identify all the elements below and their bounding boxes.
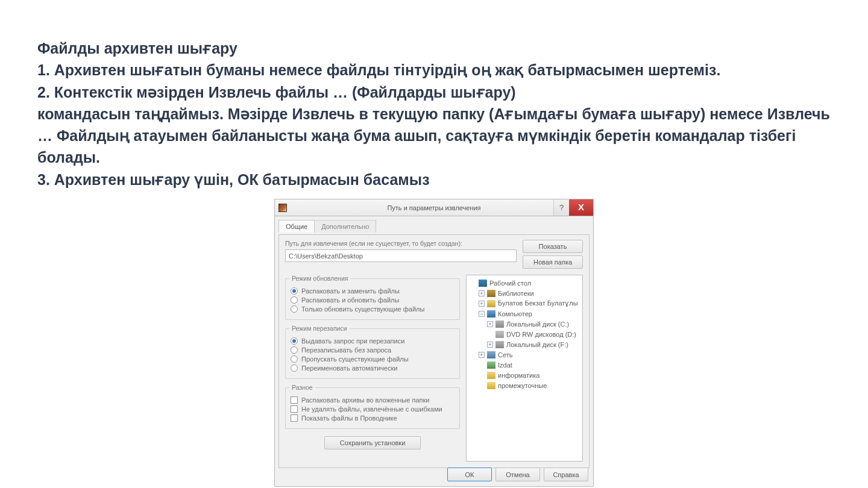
- radio-icon: [291, 346, 298, 354]
- expand-icon[interactable]: +: [487, 342, 493, 348]
- help-button[interactable]: Справка: [544, 468, 588, 481]
- overwrite-radio-rename[interactable]: Переименовать автоматически: [291, 364, 454, 372]
- checkbox-icon: [291, 414, 298, 422]
- misc-legend: Разное: [289, 384, 315, 391]
- folder-icon: [487, 372, 495, 379]
- doc-step-2b: командасын таңдаймыз. Мәзірде Извлечь в …: [37, 103, 831, 169]
- checkbox-icon: [291, 405, 298, 413]
- update-mode-group: Режим обновления Распаковать и заменить …: [285, 275, 460, 320]
- radio-icon: [291, 355, 298, 363]
- drive-icon: [495, 341, 504, 348]
- show-button[interactable]: Показать: [523, 240, 583, 253]
- tree-node-user[interactable]: + Булатов Бекзат Булатұлы: [470, 298, 579, 308]
- folder-icon: [487, 382, 495, 389]
- misc-group: Разное Распаковать архивы во вложенные п…: [285, 384, 460, 429]
- tree-node-drive-f[interactable]: + Локальный диск (F:): [470, 339, 579, 349]
- folder-tree[interactable]: Рабочий стол + Библиотеки + Булатов Бекз…: [466, 275, 583, 461]
- instruction-text: Файлды архивтен шығару 1. Архивтен шығат…: [37, 37, 831, 190]
- misc-check-openexplorer[interactable]: Показать файлы в Проводнике: [291, 414, 454, 422]
- cancel-button[interactable]: Отмена: [495, 468, 540, 481]
- tab-advanced[interactable]: Дополнительно: [314, 220, 376, 233]
- tree-node-recycle[interactable]: Izdat: [470, 360, 579, 370]
- expand-icon[interactable]: +: [479, 301, 485, 307]
- ok-button[interactable]: ОК: [447, 468, 492, 481]
- expand-icon[interactable]: +: [479, 290, 485, 296]
- checkbox-icon: [291, 396, 298, 404]
- dvd-icon: [495, 331, 504, 338]
- update-radio-replace[interactable]: Распаковать и заменить файлы: [291, 287, 454, 295]
- tab-general[interactable]: Общие: [278, 220, 315, 233]
- overwrite-radio-skip[interactable]: Пропускать существующие файлы: [291, 355, 454, 363]
- tab-strip: Общие Дополнительно: [278, 220, 590, 233]
- title-help-button[interactable]: ?: [553, 199, 569, 216]
- user-icon: [487, 300, 495, 307]
- network-icon: [487, 351, 495, 358]
- new-folder-button[interactable]: Новая папка: [523, 255, 583, 269]
- dialog-titlebar[interactable]: Путь и параметры извлечения ? X: [274, 199, 594, 216]
- expand-icon[interactable]: +: [479, 352, 485, 358]
- computer-icon: [487, 310, 495, 318]
- doc-step-2a: 2. Контекстік мәзірден Извлечь файлы … (…: [37, 81, 831, 103]
- update-radio-existing[interactable]: Только обновить существующие файлы: [291, 305, 454, 313]
- desktop-icon: [479, 280, 487, 287]
- extract-path-input[interactable]: [285, 249, 517, 262]
- doc-step-3: 3. Архивтен шығару үшін, ОК батырмасын б…: [37, 169, 831, 190]
- misc-check-keepbad[interactable]: Не удалять файлы, извлечённые с ошибками: [291, 405, 454, 413]
- tree-node-dvd-d[interactable]: DVD RW дисковод (D:): [470, 329, 579, 339]
- libraries-icon: [487, 290, 495, 297]
- radio-icon: [291, 305, 298, 313]
- doc-heading: Файлды архивтен шығару: [37, 37, 831, 59]
- update-mode-legend: Режим обновления: [289, 275, 350, 282]
- overwrite-mode-group: Режим перезаписи Выдавать запрос при пер…: [285, 325, 460, 379]
- tree-node-libraries[interactable]: + Библиотеки: [470, 288, 579, 298]
- expand-icon[interactable]: +: [487, 321, 493, 327]
- close-icon[interactable]: X: [569, 199, 593, 216]
- dialog-title: Путь и параметры извлечения: [387, 204, 480, 211]
- tree-node-desktop[interactable]: Рабочий стол: [470, 278, 579, 288]
- radio-icon: [291, 337, 298, 345]
- tree-node-folder[interactable]: информатика: [470, 370, 579, 380]
- path-caption: Путь для извлечения (если не существует,…: [285, 240, 517, 247]
- tree-node-drive-c[interactable]: + Локальный диск (C:): [470, 319, 579, 329]
- winrar-icon: [278, 204, 287, 212]
- overwrite-radio-ask[interactable]: Выдавать запрос при перезаписи: [291, 337, 454, 345]
- save-settings-button[interactable]: Сохранить установки: [324, 436, 421, 449]
- radio-icon: [291, 296, 298, 304]
- tree-node-folder[interactable]: промежуточные: [470, 380, 579, 390]
- recycle-icon: [487, 361, 495, 369]
- radio-icon: [291, 287, 298, 295]
- tree-node-network[interactable]: + Сеть: [470, 349, 579, 360]
- misc-check-subfolders[interactable]: Распаковать архивы во вложенные папки: [291, 396, 454, 404]
- collapse-icon[interactable]: −: [479, 311, 485, 317]
- tree-node-computer[interactable]: − Компьютер: [470, 308, 579, 319]
- dialog-buttons: ОК Отмена Справка: [447, 468, 588, 481]
- overwrite-radio-noask[interactable]: Перезаписывать без запроса: [291, 346, 454, 354]
- overwrite-mode-legend: Режим перезаписи: [289, 325, 350, 332]
- update-radio-refresh[interactable]: Распаковать и обновить файлы: [291, 296, 454, 304]
- dialog-body: Общие Дополнительно Путь для извлечения …: [274, 216, 594, 487]
- drive-icon: [495, 321, 504, 328]
- radio-icon: [291, 364, 298, 372]
- extract-dialog: Путь и параметры извлечения ? X Общие До…: [274, 199, 594, 487]
- tab-page-general: Путь для извлечения (если не существует,…: [278, 234, 590, 468]
- doc-step-1: 1. Архивтен шығатын буманы немесе файлды…: [37, 59, 831, 81]
